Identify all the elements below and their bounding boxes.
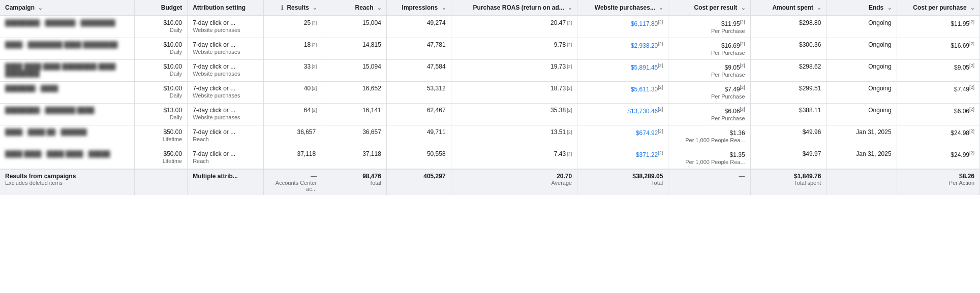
table-row: ████ ████ - ████ ████ - █████$50.00Lifet… xyxy=(0,147,980,170)
column-header-attribution[interactable]: Attribution setting xyxy=(188,0,264,16)
table-row: ████ ████ ████ ████████ ████ ████████$10… xyxy=(0,60,980,82)
cpp-badge: [2] xyxy=(969,41,974,46)
cost-per-purchase-cell: $9.05[2] xyxy=(897,60,979,82)
footer-website-cell: $38,289.05 Total xyxy=(577,169,668,195)
campaign-name[interactable]: ████ - ████████ ████ ████████ xyxy=(5,41,129,48)
website-purchases-cell: $5,891.45[2] xyxy=(577,60,668,82)
reach-cell: 14,815 xyxy=(322,38,387,60)
campaign-name[interactable]: ████ ████ - ████ ████ - █████ xyxy=(5,150,129,157)
amount-spent-cell: $300.36 xyxy=(750,38,826,60)
cost-per-result-cell: $16.69[2]Per Purchase xyxy=(668,38,750,60)
column-header-reach[interactable]: Reach ⌄ xyxy=(322,0,387,16)
website-badge: [2] xyxy=(658,63,663,68)
results-cell: 40[2] xyxy=(263,82,322,104)
footer-campaign-cell: Results from campaigns Excludes deleted … xyxy=(0,169,135,195)
impressions-cell: 62,467 xyxy=(386,104,451,125)
cost-per-result-value: $9.05[2] xyxy=(673,63,745,71)
website-purchases-value: $371.22[2] xyxy=(636,151,663,158)
column-header-purchase-roas[interactable]: Purchase ROAS (return on ad... ⌄ xyxy=(451,0,577,16)
ends-cell: Jan 31, 2025 xyxy=(826,147,897,170)
campaign-cell: ████████ - ███████ - ████████ xyxy=(0,16,135,38)
cost-per-purchase-value: $16.69[2] xyxy=(951,42,974,49)
roas-value: 20.47[2] xyxy=(550,19,572,26)
sort-icon-cpp: ⌄ xyxy=(970,5,974,11)
roas-value: 35.38[2] xyxy=(550,107,572,114)
results-number: 36,657 xyxy=(297,128,317,136)
campaign-name[interactable]: ████████ - ███████ ████ xyxy=(5,107,129,114)
cpr-sub-label: Per Purchase xyxy=(711,115,745,121)
column-header-website-purchases[interactable]: Website purchases... ⌄ xyxy=(577,0,668,16)
sort-icon-website: ⌄ xyxy=(659,5,663,11)
ends-value: Jan 31, 2025 xyxy=(856,128,891,136)
column-header-cost-per-purchase[interactable]: Cost per purchase ⌄ xyxy=(897,0,979,16)
impressions-cell: 53,312 xyxy=(386,82,451,104)
column-header-campaign[interactable]: Campaign ⌄ xyxy=(0,0,135,16)
campaign-name[interactable]: ████ - ████ ██ - ██████ xyxy=(5,128,129,136)
impressions-value: 49,711 xyxy=(427,128,446,136)
roas-badge: [2] xyxy=(567,64,572,69)
ends-value: Ongoing xyxy=(868,19,891,26)
roas-cell: 7.43[2] xyxy=(451,147,577,170)
cpr-sub-label: Per Purchase xyxy=(711,93,745,100)
campaign-cell: ████ - ████ ██ - ██████ xyxy=(0,125,135,147)
impressions-value: 53,312 xyxy=(427,85,446,92)
cpr-sub-label: Per 1,000 People Rea... xyxy=(685,137,745,143)
roas-value: 13.51[2] xyxy=(550,128,572,136)
campaign-name[interactable]: ████████ - ███████ - ████████ xyxy=(5,19,129,26)
cost-per-purchase-value: $24.99[2] xyxy=(951,151,974,158)
impressions-cell: 47,584 xyxy=(386,60,451,82)
impressions-value: 50,558 xyxy=(427,150,446,157)
amount-spent-value: $49.96 xyxy=(803,128,821,136)
website-purchases-value: $5,611.30[2] xyxy=(631,86,663,93)
website-purchases-cell: $6,117.80[2] xyxy=(577,16,668,38)
table-row: ███████ - ████$10.00Daily7-day click or … xyxy=(0,82,980,104)
cpr-sub-label: Per Purchase xyxy=(711,50,745,56)
website-badge: [2] xyxy=(658,85,663,90)
table-footer-row: Results from campaigns Excludes deleted … xyxy=(0,169,980,195)
ends-cell: Ongoing xyxy=(826,38,897,60)
budget-type: Lifetime xyxy=(163,158,182,164)
budget-cell: $13.00Daily xyxy=(135,104,188,125)
roas-badge: [2] xyxy=(567,42,572,47)
table-row: ████ - ████████ ████ ████████$10.00Daily… xyxy=(0,38,980,60)
attribution-cell: 7-day click or ...Website purchases xyxy=(188,60,264,82)
ends-cell: Ongoing xyxy=(826,104,897,125)
website-purchases-cell: $5,611.30[2] xyxy=(577,82,668,104)
cpr-badge: [2] xyxy=(740,41,745,46)
website-badge: [2] xyxy=(658,107,663,112)
campaign-name[interactable]: ███████ - ████ xyxy=(5,85,129,92)
sort-icon-cpr: ⌄ xyxy=(741,5,745,11)
roas-badge: [2] xyxy=(567,20,572,25)
budget-amount: $10.00 xyxy=(140,85,182,92)
footer-roas-cell: 20.70 Average xyxy=(451,169,577,195)
column-header-impressions[interactable]: Impressions ⌄ xyxy=(386,0,451,16)
campaign-name[interactable]: ████ ████ ████ ████████ ████ ████████ xyxy=(5,63,129,77)
results-badge: [2] xyxy=(312,20,317,25)
amount-spent-value: $298.62 xyxy=(799,63,821,70)
website-purchases-cell: $371.22[2] xyxy=(577,147,668,170)
attr-sub: Reach xyxy=(193,136,209,142)
attr-main: 7-day click or ... xyxy=(193,63,258,70)
cost-per-result-value: $16.69[2] xyxy=(673,41,745,49)
attr-sub: Website purchases xyxy=(193,49,240,55)
reach-value: 16,141 xyxy=(362,107,381,114)
cost-per-result-value: $6.06[2] xyxy=(673,107,745,115)
column-header-amount-spent[interactable]: Amount spent ⌄ xyxy=(750,0,826,16)
cost-per-purchase-cell: $11.95[2] xyxy=(897,16,979,38)
table-body: ████████ - ███████ - ████████$10.00Daily… xyxy=(0,16,980,169)
column-header-budget[interactable]: Budget xyxy=(135,0,188,16)
column-header-cost-per-result[interactable]: Cost per result ⌄ xyxy=(668,0,750,16)
budget-amount: $10.00 xyxy=(140,19,182,26)
column-header-results[interactable]: ℹ Results ⌄ xyxy=(263,0,322,16)
website-purchases-cell: $2,938.20[2] xyxy=(577,38,668,60)
website-badge: [2] xyxy=(658,128,663,134)
column-header-ends[interactable]: Ends ⌄ xyxy=(826,0,897,16)
budget-cell: $10.00Daily xyxy=(135,82,188,104)
footer-attr-cell: Multiple attrib... xyxy=(188,169,264,195)
results-cell: 37,118 xyxy=(263,147,322,170)
footer-cpr-cell: — xyxy=(668,169,750,195)
cost-per-purchase-value: $6.06[2] xyxy=(954,108,974,115)
cost-per-result-cell: $7.49[2]Per Purchase xyxy=(668,82,750,104)
table-row: ████████ - ███████ - ████████$10.00Daily… xyxy=(0,16,980,38)
impressions-cell: 49,274 xyxy=(386,16,451,38)
